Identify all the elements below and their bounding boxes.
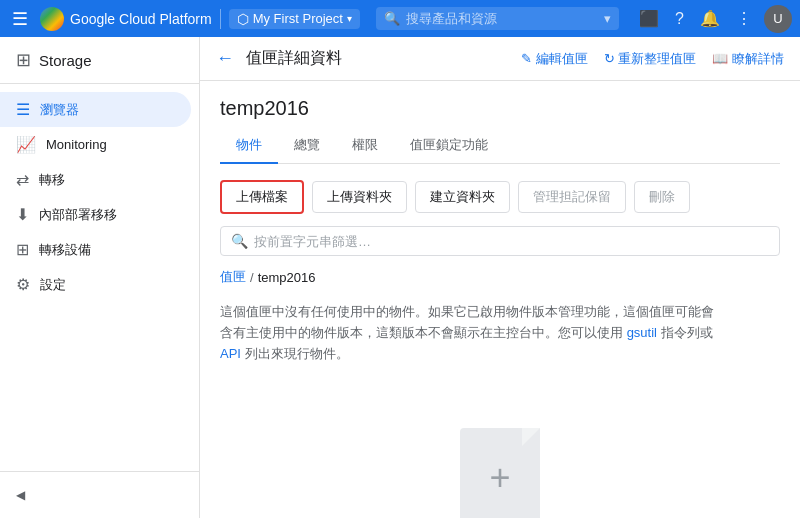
project-selector[interactable]: ⬡ My First Project ▾ <box>229 9 360 29</box>
breadcrumb: 值匣 / temp2016 <box>220 268 780 286</box>
hamburger-menu[interactable]: ☰ <box>8 4 32 34</box>
brand-name: Google Cloud Platform <box>70 11 212 27</box>
tab-advanced[interactable]: 值匣鎖定功能 <box>394 128 504 164</box>
file-icon-plus: + <box>489 457 510 499</box>
sidebar-item-internal-transfer[interactable]: ⬇ 內部部署移移 <box>0 197 191 232</box>
edit-bucket-button[interactable]: ✎ 編輯值匣 <box>521 50 588 68</box>
collapse-icon: ◀ <box>16 488 25 502</box>
content-area: ← 值匣詳細資料 ✎ 編輯值匣 ↻ 重新整理值匣 📖 瞭解詳情 temp2016… <box>200 37 800 518</box>
sidebar-item-transfer[interactable]: ⇄ 轉移 <box>0 162 191 197</box>
api-link[interactable]: API <box>220 346 241 361</box>
breadcrumb-root[interactable]: 值匣 <box>220 268 246 286</box>
back-button[interactable]: ← <box>216 48 234 69</box>
delete-button: 刪除 <box>634 181 690 213</box>
browser-icon: ☰ <box>16 100 30 119</box>
sidebar-item-label: 內部部署移移 <box>39 206 117 224</box>
sidebar-item-label: 設定 <box>40 276 66 294</box>
bucket-tabs: 物件 總覽 權限 值匣鎖定功能 <box>220 128 780 164</box>
sidebar-item-settings[interactable]: ⚙ 設定 <box>0 267 191 302</box>
tab-objects[interactable]: 物件 <box>220 128 278 164</box>
nav-divider <box>220 9 221 29</box>
breadcrumb-bucket: temp2016 <box>258 270 316 285</box>
page-title: 值匣詳細資料 <box>246 48 509 69</box>
empty-state-icon: + <box>450 428 550 518</box>
help-icon[interactable]: ? <box>671 6 688 32</box>
more-options-icon[interactable]: ⋮ <box>732 5 756 32</box>
sidebar-item-label: 轉移 <box>39 171 65 189</box>
upload-folder-button[interactable]: 上傳資料夾 <box>312 181 407 213</box>
breadcrumb-separator: / <box>250 270 254 285</box>
empty-state: + 將檔案拖曳到這裡 或點選「上傳」按鈕 <box>220 388 780 518</box>
monitoring-icon: 📈 <box>16 135 36 154</box>
transfer-icon: ⇄ <box>16 170 29 189</box>
search-container: 🔍 <box>220 226 780 256</box>
top-navbar: ☰ Google Cloud Platform ⬡ My First Proje… <box>0 0 800 37</box>
collapse-button[interactable]: ◀ <box>0 480 199 510</box>
storage-icon: ⊞ <box>16 49 31 71</box>
content-header: ← 值匣詳細資料 ✎ 編輯值匣 ↻ 重新整理值匣 📖 瞭解詳情 <box>200 37 800 81</box>
main-layout: ⊞ Storage ☰ 瀏覽器 📈 Monitoring ⇄ 轉移 ⬇ 內部部署… <box>0 37 800 518</box>
info-text: 這個值匣中沒有任何使用中的物件。如果它已啟用物件版本管理功能，這個值匣可能會含有… <box>220 302 720 364</box>
sidebar-item-label: Monitoring <box>46 137 107 152</box>
file-icon-fold <box>522 428 540 446</box>
gsutil-link[interactable]: gsutil <box>627 325 657 340</box>
project-name: My First Project <box>253 11 343 26</box>
sidebar-nav: ☰ 瀏覽器 📈 Monitoring ⇄ 轉移 ⬇ 內部部署移移 ⊞ 轉移設備 … <box>0 84 199 310</box>
project-icon: ⬡ <box>237 11 249 27</box>
cloud-shell-icon[interactable]: ⬛ <box>635 5 663 32</box>
tab-permissions[interactable]: 總覽 <box>278 128 336 164</box>
search-chevron-icon: ▾ <box>604 11 611 26</box>
brand-logo <box>40 7 64 31</box>
upload-file-button[interactable]: 上傳檔案 <box>220 180 304 214</box>
sidebar-item-transfer-device[interactable]: ⊞ 轉移設備 <box>0 232 191 267</box>
sidebar-item-label: 轉移設備 <box>39 241 91 259</box>
search-bar[interactable]: 🔍 ▾ <box>376 7 619 30</box>
sidebar-title: Storage <box>39 52 92 69</box>
nav-icons: ⬛ ? 🔔 ⋮ U <box>635 5 792 33</box>
brand: Google Cloud Platform <box>40 7 212 31</box>
settings-icon: ⚙ <box>16 275 30 294</box>
create-folder-button[interactable]: 建立資料夾 <box>415 181 510 213</box>
sidebar-item-label: 瀏覽器 <box>40 101 79 119</box>
sidebar-header: ⊞ Storage <box>0 37 199 84</box>
sidebar-item-monitoring[interactable]: 📈 Monitoring <box>0 127 191 162</box>
help-button[interactable]: 📖 瞭解詳情 <box>712 50 784 68</box>
header-actions: ✎ 編輯值匣 ↻ 重新整理值匣 📖 瞭解詳情 <box>521 50 784 68</box>
tab-lifecycle[interactable]: 權限 <box>336 128 394 164</box>
content-body: temp2016 物件 總覽 權限 值匣鎖定功能 上傳檔案 上傳資料夾 建立資料… <box>200 81 800 518</box>
manage-holds-button: 管理担記保留 <box>518 181 626 213</box>
search-input[interactable] <box>406 11 598 26</box>
avatar[interactable]: U <box>764 5 792 33</box>
sidebar: ⊞ Storage ☰ 瀏覽器 📈 Monitoring ⇄ 轉移 ⬇ 內部部署… <box>0 37 200 518</box>
internal-transfer-icon: ⬇ <box>16 205 29 224</box>
notifications-icon[interactable]: 🔔 <box>696 5 724 32</box>
avatar-label: U <box>773 11 782 26</box>
filter-search-icon: 🔍 <box>231 233 248 249</box>
search-icon: 🔍 <box>384 11 400 26</box>
transfer-device-icon: ⊞ <box>16 240 29 259</box>
bucket-name: temp2016 <box>220 97 780 120</box>
file-icon-body: + <box>460 428 540 518</box>
refresh-bucket-button[interactable]: ↻ 重新整理值匣 <box>604 50 697 68</box>
sidebar-bottom: ◀ <box>0 471 199 518</box>
toolbar: 上傳檔案 上傳資料夾 建立資料夾 管理担記保留 刪除 <box>220 180 780 214</box>
sidebar-item-browser[interactable]: ☰ 瀏覽器 <box>0 92 191 127</box>
filter-search-input[interactable] <box>254 234 769 249</box>
project-chevron-icon: ▾ <box>347 13 352 24</box>
